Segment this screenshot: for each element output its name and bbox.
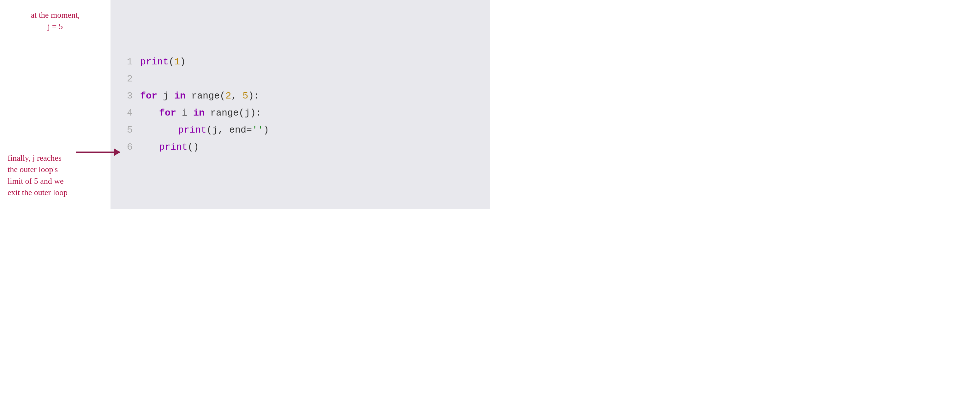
code-block: 1 print(1) 2 3 for j in range(2, 5): 4 f… — [123, 53, 477, 156]
code-content-4: for i in range(j): — [140, 105, 261, 122]
code-content-1: print(1) — [140, 53, 186, 70]
code-content-3: for j in range(2, 5): — [140, 87, 259, 105]
arrow-line — [76, 151, 120, 153]
line-number-6: 6 — [123, 138, 133, 156]
code-line-2: 2 — [123, 70, 477, 87]
line-number-2: 2 — [123, 70, 133, 87]
line-number-4: 4 — [123, 105, 133, 122]
code-line-3: 3 for j in range(2, 5): — [123, 87, 477, 105]
line-number-3: 3 — [123, 87, 133, 105]
annotation-top: at the moment, j = 5 — [8, 10, 103, 32]
code-line-4: 4 for i in range(j): — [123, 105, 477, 122]
arrow-indicator — [76, 151, 120, 153]
annotation-bottom: finally, j reaches the outer loop's limi… — [8, 153, 103, 199]
code-line-1: 1 print(1) — [123, 53, 477, 70]
code-line-6: 6 print() — [123, 138, 477, 156]
code-content-6: print() — [140, 138, 199, 156]
code-line-5: 5 print(j, end='') — [123, 122, 477, 138]
code-content-5: print(j, end='') — [140, 122, 269, 138]
line-number-1: 1 — [123, 53, 133, 70]
left-panel: at the moment, j = 5 finally, j reaches … — [0, 0, 110, 209]
line-number-5: 5 — [123, 122, 133, 138]
code-panel: 1 print(1) 2 3 for j in range(2, 5): 4 f… — [110, 0, 490, 209]
